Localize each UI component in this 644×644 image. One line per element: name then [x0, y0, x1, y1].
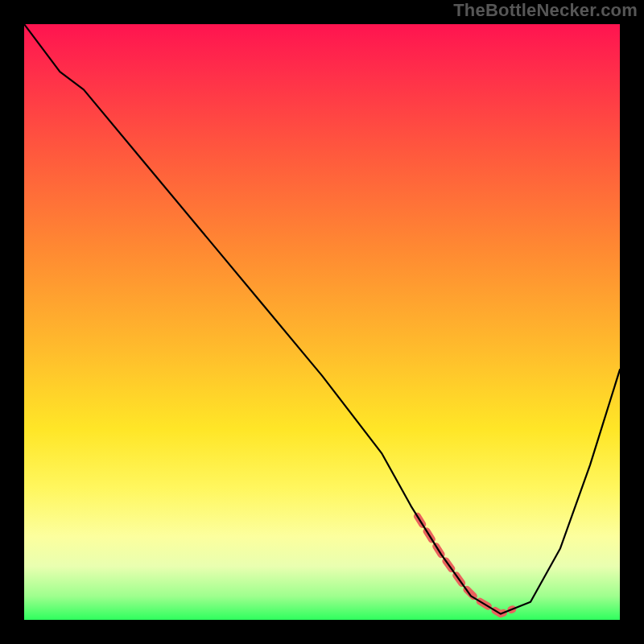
curve-line	[24, 24, 620, 614]
chart-frame: TheBottleNecker.com	[0, 0, 644, 644]
trough-highlight	[417, 516, 512, 613]
curve-overlay	[24, 24, 620, 620]
plot-area	[24, 24, 620, 620]
attribution-label: TheBottleNecker.com	[453, 0, 638, 21]
